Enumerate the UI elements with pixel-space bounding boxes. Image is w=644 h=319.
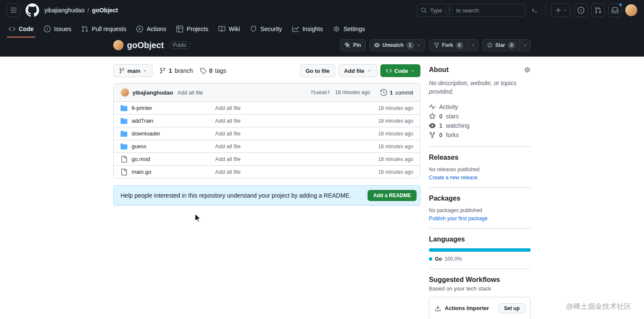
repo-title[interactable]: goObject [127, 40, 164, 50]
pulse-icon [429, 103, 436, 110]
branch-count: 1 [169, 67, 172, 74]
pin-button[interactable]: Pin [340, 39, 366, 51]
tab-security[interactable]: Security [245, 20, 287, 37]
fork-count-badge: 0 [456, 42, 463, 49]
edit-about-button[interactable] [524, 66, 531, 73]
activity-link[interactable]: Activity [429, 102, 531, 112]
file-commit-message-link[interactable]: Add all file [215, 105, 378, 111]
file-row[interactable]: main.go Add all file 18 minutes ago [114, 165, 420, 178]
latest-commit-bar: yibajianghudao Add all file 75a8db7 18 m… [114, 83, 420, 101]
commit-message-link[interactable]: Add all file [177, 89, 203, 96]
repo-owner-avatar[interactable] [113, 40, 124, 50]
github-logo[interactable] [26, 3, 39, 17]
file-icon [121, 156, 127, 163]
language-dot [429, 257, 432, 261]
breadcrumb-owner-link[interactable]: yibajianghudao [44, 7, 84, 14]
language-legend-go[interactable]: Go 100.0% [429, 256, 462, 262]
branch-count-label: branch [175, 67, 193, 74]
branches-link[interactable]: 1branch [159, 67, 193, 74]
file-commit-message-link[interactable]: Add all file [215, 130, 378, 137]
go-to-file-button[interactable]: Go to file [300, 64, 335, 77]
search-placeholder-pre: Type [430, 7, 442, 14]
pull-requests-global-button[interactable] [591, 3, 605, 17]
unwatch-button[interactable]: Unwatch1 [369, 39, 426, 51]
commit-hash-link[interactable]: 75a8db7 [310, 90, 330, 95]
file-commit-message-link[interactable]: Add all file [215, 143, 378, 149]
workflow-setup-button[interactable]: Set up [498, 303, 525, 313]
tab-insights[interactable]: Insights [287, 20, 328, 37]
add-file-button[interactable]: Add file [339, 64, 377, 77]
star-label: Star [495, 42, 505, 48]
tab-label: Insights [302, 26, 323, 32]
add-readme-button[interactable]: Add a README [368, 190, 417, 201]
watching-label: watching [446, 122, 469, 129]
branch-selector[interactable]: main [113, 64, 152, 77]
file-row[interactable]: 6-printer Add all file 18 minutes ago [114, 101, 420, 114]
tab-projects[interactable]: Projects [171, 20, 213, 37]
fork-label: Fork [442, 42, 453, 48]
file-name-link[interactable]: guess [132, 143, 215, 149]
stars-label: stars [446, 113, 459, 120]
file-name-link[interactable]: addTrain [132, 118, 215, 124]
tab-actions[interactable]: Actions [131, 20, 171, 37]
releases-title: Releases [429, 154, 458, 161]
tab-wiki[interactable]: Wiki [213, 20, 245, 37]
file-commit-message-link[interactable]: Add all file [215, 169, 378, 175]
file-commit-message-link[interactable]: Add all file [215, 118, 378, 124]
repo-header-actions: Pin Unwatch1 Fork0 Star0 [340, 39, 531, 51]
file-commit-time: 18 minutes ago [378, 118, 413, 124]
file-commit-message-link[interactable]: Add all file [215, 156, 378, 162]
star-button[interactable]: Star0 [482, 39, 520, 51]
user-avatar[interactable] [625, 4, 637, 16]
publish-package-link[interactable]: Publish your first package [429, 216, 487, 221]
forks-link[interactable]: 0forks [429, 130, 531, 140]
readme-suggestion-text: Help people interested in this repositor… [121, 192, 351, 199]
star-icon [487, 42, 493, 48]
fork-dropdown-button[interactable] [468, 39, 479, 51]
file-row[interactable]: go.mod Add all file 18 minutes ago [114, 152, 420, 165]
repo-header: goObject Public Pin Unwatch1 Fork0 Star0 [0, 37, 644, 57]
eye-icon [374, 42, 380, 48]
code-button-label: Code [394, 68, 408, 74]
tab-label: Security [260, 26, 282, 32]
file-commit-time: 18 minutes ago [378, 169, 413, 175]
star-dropdown-button[interactable] [520, 39, 531, 51]
stars-link[interactable]: 0stars [429, 112, 531, 121]
file-browser: main 1branch 0tags Go to file Add file C… [113, 64, 420, 319]
file-row[interactable]: downloader Add all file 18 minutes ago [114, 127, 420, 140]
commit-author-avatar[interactable] [121, 88, 129, 97]
global-nav-menu-button[interactable] [7, 3, 20, 17]
commit-author-link[interactable]: yibajianghudao [132, 89, 173, 96]
tab-issues[interactable]: Issues [39, 20, 76, 37]
tab-code[interactable]: Code [3, 20, 39, 37]
star-count-badge: 0 [508, 42, 515, 49]
code-button[interactable]: Code [380, 64, 421, 77]
file-name-link[interactable]: downloader [132, 130, 215, 137]
file-name-link[interactable]: main.go [132, 169, 215, 175]
tags-link[interactable]: 0tags [200, 67, 226, 74]
command-palette-button[interactable] [529, 3, 540, 17]
commit-history-link[interactable]: 1commit [380, 89, 413, 96]
languages-section: Languages Go 100.0% [429, 236, 531, 269]
file-row[interactable]: guess Add all file 18 minutes ago [114, 140, 420, 152]
packages-empty-text: No packages published [429, 207, 531, 213]
create-new-button[interactable] [551, 3, 571, 17]
folder-icon [121, 118, 127, 124]
notifications-button[interactable] [608, 3, 622, 17]
workflow-card: Actions Importer Set up [429, 297, 531, 319]
breadcrumb-repo-link[interactable]: goObject [92, 7, 118, 14]
topbar-actions: Type / to search [417, 3, 637, 17]
issues-global-button[interactable] [574, 3, 588, 17]
eye-icon [429, 122, 436, 129]
file-row[interactable]: addTrain Add all file 18 minutes ago [114, 114, 420, 127]
code-icon [386, 68, 392, 74]
tab-pull-requests[interactable]: Pull requests [76, 20, 131, 37]
file-name-link[interactable]: 6-printer [132, 105, 215, 111]
file-name-link[interactable]: go.mod [132, 156, 215, 162]
create-release-link[interactable]: Create a new release [429, 175, 477, 181]
watching-link[interactable]: 1watching [429, 121, 531, 130]
language-bar-go[interactable] [429, 248, 531, 252]
search-input[interactable]: Type / to search [417, 4, 525, 17]
fork-button[interactable]: Fork0 [429, 39, 468, 51]
tab-settings[interactable]: Settings [328, 20, 370, 37]
